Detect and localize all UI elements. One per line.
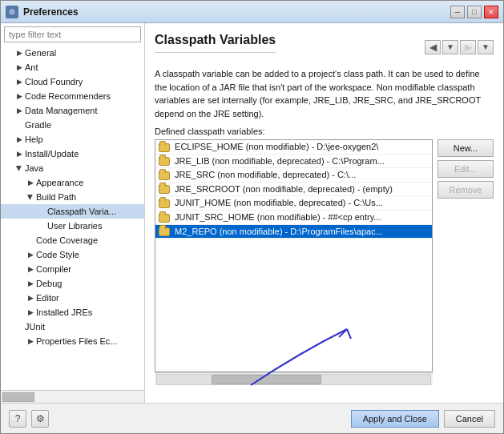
variables-area: ECLIPSE_HOME (non modifiable) - D:\jee-o…: [155, 139, 494, 393]
tree-horizontal-scrollbar[interactable]: [1, 390, 144, 403]
nav-dropdown-button[interactable]: ▼: [442, 40, 458, 54]
scroll-thumb[interactable]: [212, 375, 321, 384]
window-title: Preferences: [23, 6, 450, 18]
window-controls: ─ □ ✕: [450, 6, 498, 18]
list-item[interactable]: ECLIPSE_HOME (non modifiable) - D:\jee-o…: [155, 140, 432, 155]
preferences-window: ⚙ Preferences ─ □ ✕ ▶ General ▶ Ant: [0, 0, 504, 434]
sidebar-item-junit[interactable]: ▶ JUnit: [1, 319, 144, 334]
expand-arrow: ▶: [14, 134, 25, 145]
remove-button[interactable]: Remove: [437, 181, 494, 199]
folder-icon: [159, 199, 170, 208]
sidebar-item-code-recommenders[interactable]: ▶ Code Recommenders: [1, 89, 144, 103]
sidebar-item-general[interactable]: ▶ General: [1, 46, 144, 60]
expand-arrow: ▶: [14, 90, 25, 102]
expand-arrow: ▶: [14, 148, 25, 159]
list-item[interactable]: JUNIT_HOME (non modifiable, deprecated) …: [155, 196, 432, 211]
side-buttons: New... Edit... Remove: [437, 139, 494, 393]
expand-arrow: ▶: [14, 163, 25, 174]
back-button[interactable]: ◀: [425, 40, 441, 54]
back-arrow-icon: ◀: [429, 42, 437, 53]
expand-arrow: ▶: [25, 336, 36, 347]
new-button[interactable]: New...: [437, 139, 494, 157]
defined-label: Defined classpath variables:: [155, 127, 494, 136]
dropdown-arrow-icon: ▼: [446, 42, 454, 51]
list-item[interactable]: M2_REPO (non modifiable) - D:\ProgramFil…: [155, 225, 432, 239]
help-button[interactable]: ?: [9, 410, 26, 428]
sidebar-item-data-management[interactable]: ▶ Data Management: [1, 103, 144, 118]
right-header: Classpath Variables ◀ ▼ ▶ ▼: [155, 33, 494, 61]
sidebar-item-code-style[interactable]: ▶ Code Style: [1, 247, 144, 262]
list-item[interactable]: JRE_SRC (non modifiable, deprecated) - C…: [155, 168, 432, 183]
sidebar-item-user-libraries[interactable]: ▶ User Libraries: [1, 219, 144, 233]
folder-icon: [159, 171, 170, 180]
window-icon: ⚙: [6, 6, 18, 18]
sidebar-item-installed-jres[interactable]: ▶ Installed JREs: [1, 305, 144, 319]
dropdown2-arrow-icon: ▼: [482, 42, 490, 51]
expand-arrow: ▶: [25, 263, 36, 275]
folder-icon: [159, 185, 170, 194]
tree-container: ▶ General ▶ Ant ▶ Cloud Foundry ▶ Code R…: [1, 46, 144, 390]
list-item[interactable]: JRE_LIB (non modifiable, deprecated) - C…: [155, 155, 432, 169]
right-panel: Classpath Variables ◀ ▼ ▶ ▼ A cl: [145, 23, 503, 403]
title-bar: ⚙ Preferences ─ □ ✕: [1, 1, 503, 23]
sidebar-item-gradle[interactable]: ▶ Gradle: [1, 118, 144, 132]
sidebar-item-ant[interactable]: ▶ Ant: [1, 60, 144, 74]
sidebar-item-properties-files[interactable]: ▶ Properties Files Ec...: [1, 334, 144, 348]
minimize-button[interactable]: ─: [450, 6, 465, 18]
expand-arrow: ▶: [14, 62, 25, 73]
folder-icon: [159, 227, 170, 236]
sidebar-item-appearance[interactable]: ▶ Appearance: [1, 175, 144, 190]
nav-dropdown2-button[interactable]: ▼: [478, 40, 494, 54]
expand-arrow: ▶: [25, 177, 36, 188]
settings-button[interactable]: ⚙: [31, 410, 49, 428]
sidebar-item-build-path[interactable]: ▶ Build Path: [1, 190, 144, 204]
close-button[interactable]: ✕: [484, 6, 498, 18]
description: A classpath variable can be added to a p…: [155, 67, 494, 120]
sidebar-item-help[interactable]: ▶ Help: [1, 132, 144, 147]
section-title: Classpath Variables: [155, 33, 276, 53]
folder-icon: [159, 157, 170, 166]
folder-icon: [159, 214, 170, 223]
sidebar-item-install-update[interactable]: ▶ Install/Update: [1, 147, 144, 161]
edit-button[interactable]: Edit...: [437, 160, 494, 178]
expand-arrow: ▶: [25, 278, 36, 289]
apply-close-button[interactable]: Apply and Close: [351, 410, 439, 428]
nav-controls: ◀ ▼ ▶ ▼: [425, 40, 494, 54]
sidebar-item-classpath-variables[interactable]: ▶ Classpath Varia...: [1, 204, 144, 219]
sidebar-item-cloud-foundry[interactable]: ▶ Cloud Foundry: [1, 74, 144, 89]
scroll-track: [156, 374, 431, 385]
footer-left: ? ⚙: [9, 410, 346, 428]
list-item[interactable]: JRE_SRCROOT (non modifiable, deprecated)…: [155, 183, 432, 197]
filter-input[interactable]: [4, 26, 141, 42]
expand-arrow: ▶: [14, 105, 25, 116]
expand-arrow: ▶: [14, 47, 25, 58]
forward-arrow-icon: ▶: [465, 42, 472, 53]
expand-arrow: ▶: [25, 191, 36, 203]
variables-list[interactable]: ECLIPSE_HOME (non modifiable) - D:\jee-o…: [155, 139, 433, 372]
list-item[interactable]: JUNIT_SRC_HOME (non modifiable) - ##<cp …: [155, 211, 432, 225]
footer: ? ⚙ Apply and Close Cancel: [1, 403, 503, 433]
expand-arrow: ▶: [25, 249, 36, 260]
sidebar-item-editor[interactable]: ▶ Editor: [1, 291, 144, 305]
sidebar-item-debug[interactable]: ▶ Debug: [1, 276, 144, 291]
folder-icon: [159, 143, 170, 152]
cancel-button[interactable]: Cancel: [444, 410, 495, 428]
scroll-thumb[interactable]: [2, 392, 34, 402]
sidebar-item-compiler[interactable]: ▶ Compiler: [1, 262, 144, 276]
content-area: ▶ General ▶ Ant ▶ Cloud Foundry ▶ Code R…: [1, 23, 503, 403]
expand-arrow: ▶: [25, 292, 36, 303]
left-panel: ▶ General ▶ Ant ▶ Cloud Foundry ▶ Code R…: [1, 23, 145, 403]
expand-arrow: ▶: [25, 307, 36, 318]
sidebar-item-java[interactable]: ▶ Java: [1, 161, 144, 175]
forward-button[interactable]: ▶: [460, 40, 476, 54]
expand-arrow: ▶: [14, 76, 25, 87]
sidebar-item-code-coverage[interactable]: ▶ Code Coverage: [1, 233, 144, 247]
list-horizontal-scrollbar[interactable]: [155, 372, 433, 385]
maximize-button[interactable]: □: [467, 6, 482, 18]
